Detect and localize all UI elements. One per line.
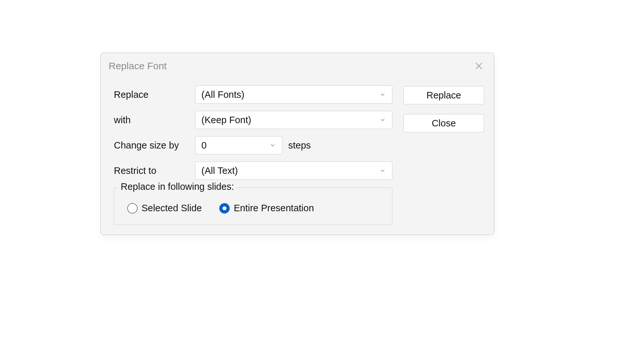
dialog-title: Replace Font: [109, 60, 167, 72]
replace-label: Replace: [114, 89, 195, 100]
replace-font-dialog: Replace Font Replace (All Fonts) wi: [101, 53, 494, 235]
replace-scope-fieldset: Replace in following slides: Selected Sl…: [114, 188, 392, 225]
change-size-by-label: Change size by: [114, 140, 195, 151]
replace-font-combobox[interactable]: (All Fonts): [195, 85, 392, 104]
with-font-value: (Keep Font): [201, 115, 251, 125]
chevron-down-icon: [379, 91, 386, 98]
restrict-to-label: Restrict to: [114, 165, 195, 176]
close-button-label: Close: [432, 118, 456, 129]
replace-font-value: (All Fonts): [201, 89, 244, 100]
chevron-down-icon: [379, 167, 386, 174]
with-label: with: [114, 115, 195, 125]
restrict-to-combobox[interactable]: (All Text): [195, 162, 392, 180]
radio-selected-slide-label: Selected Slide: [142, 203, 202, 214]
size-steps-combobox[interactable]: 0: [195, 136, 282, 154]
close-button[interactable]: Close: [403, 114, 484, 132]
replace-button-label: Replace: [427, 90, 461, 101]
with-font-combobox[interactable]: (Keep Font): [195, 111, 392, 129]
radio-entire-presentation-label: Entire Presentation: [234, 203, 314, 214]
restrict-to-value: (All Text): [201, 165, 238, 176]
chevron-down-icon: [379, 116, 386, 124]
fieldset-legend: Replace in following slides:: [118, 181, 237, 192]
steps-label: steps: [288, 140, 311, 151]
radio-icon: [127, 203, 138, 214]
radio-icon: [219, 203, 230, 214]
titlebar: Replace Font: [101, 53, 494, 79]
replace-button[interactable]: Replace: [403, 86, 484, 104]
radio-selected-slide[interactable]: Selected Slide: [127, 203, 202, 214]
close-icon[interactable]: [472, 59, 486, 73]
size-steps-value: 0: [201, 140, 207, 151]
chevron-down-icon: [269, 142, 276, 149]
radio-entire-presentation[interactable]: Entire Presentation: [219, 203, 314, 214]
